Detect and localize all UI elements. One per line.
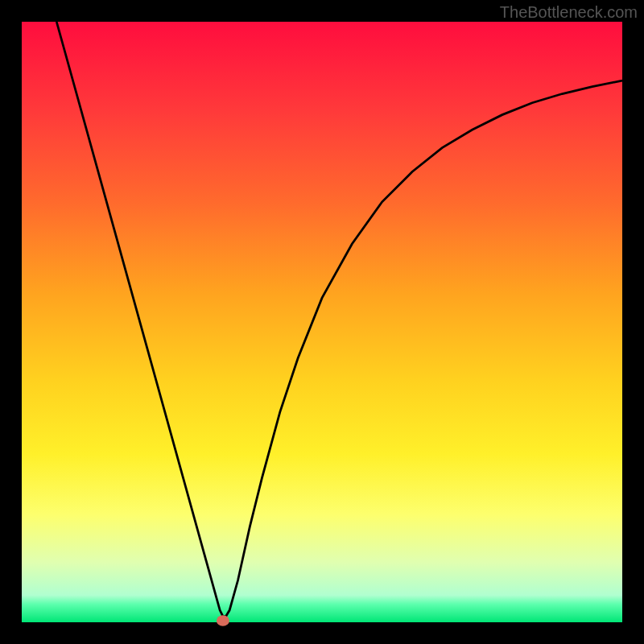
chart-container — [0, 0, 644, 644]
optimum-marker — [217, 615, 229, 626]
chart-svg — [0, 0, 644, 644]
watermark-text: TheBottleneck.com — [500, 3, 638, 22]
chart-plot-area — [22, 22, 622, 622]
